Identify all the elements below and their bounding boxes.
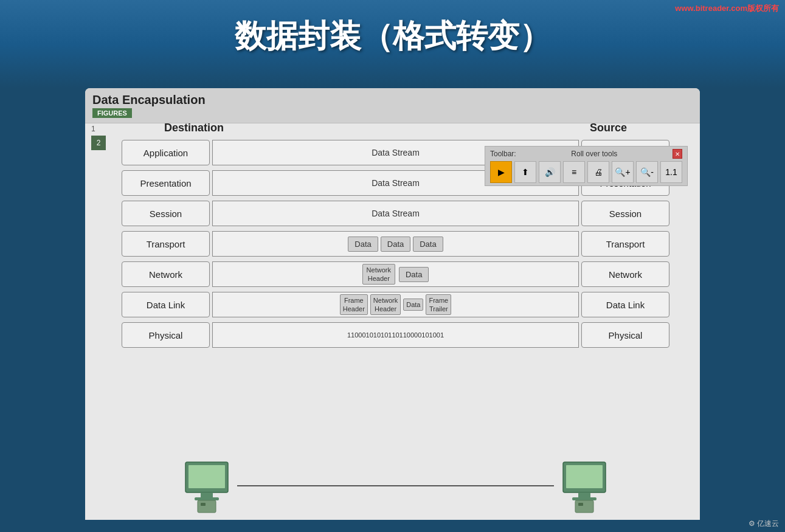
text-button[interactable]: ≡ [563, 161, 585, 183]
src-datalink-layer: Data Link [581, 292, 669, 317]
zoom-reset-button[interactable]: 1.1 [660, 161, 682, 183]
src-network-layer: Network [581, 261, 669, 287]
svg-rect-8 [578, 492, 590, 497]
zoom-in-button[interactable]: 🔍+ [612, 161, 634, 183]
frame-trailer-chunk: FrameTrailer [426, 294, 451, 316]
print-button[interactable]: 🖨 [587, 161, 609, 183]
network-data-chunk: Data [399, 267, 429, 282]
header-bar: Data Encapsulation FIGURES [85, 88, 700, 123]
toolbar: Toolbar: Roll over tools ✕ ▶ ⬆ 🔊 ≡ 🖨 🔍+ … [485, 146, 688, 186]
svg-rect-7 [566, 465, 603, 488]
svg-rect-9 [572, 497, 597, 500]
toolbar-tools: ▶ ⬆ 🔊 ≡ 🖨 🔍+ 🔍- 1.1 [490, 161, 682, 183]
network-header-chunk2: NetworkHeader [370, 294, 401, 316]
network-data: NetworkHeader Data [212, 261, 579, 287]
table-row: Physical 11000101010110110000101001 Phys… [122, 321, 669, 349]
logo-icon: ⚙ [749, 519, 755, 528]
src-physical-layer: Physical [581, 322, 669, 348]
watermark: www.bitreader.com版权所有 [675, 3, 779, 14]
svg-rect-11 [578, 503, 583, 506]
table-row: Transport Data Data Data Transport [122, 230, 669, 258]
svg-rect-1 [188, 465, 225, 488]
destination-label: Destination [164, 122, 224, 134]
upload-button[interactable]: ⬆ [514, 161, 536, 183]
table-row: Network NetworkHeader Data Network [122, 260, 669, 288]
zoom-out-button[interactable]: 🔍- [636, 161, 658, 183]
data-chunk-3: Data [413, 237, 443, 252]
dest-transport-layer: Transport [122, 231, 210, 257]
data-chunk-1: Data [348, 237, 378, 252]
table-row: Data Link FrameHeader NetworkHeader Data… [122, 291, 669, 319]
datalink-data: FrameHeader NetworkHeader Data FrameTrai… [212, 292, 579, 317]
src-transport-layer: Transport [581, 231, 669, 257]
destination-computer [176, 459, 237, 514]
dest-network-layer: Network [122, 261, 210, 287]
watermark-text: www.bitreader.com版权所有 [675, 4, 779, 13]
toolbar-close-button[interactable]: ✕ [673, 149, 682, 159]
svg-rect-3 [195, 497, 219, 500]
svg-rect-5 [201, 503, 206, 506]
network-connection-line [237, 485, 554, 486]
toolbar-subtitle: Roll over tools [571, 150, 617, 158]
dest-presentation-layer: Presentation [122, 170, 210, 196]
dest-physical-layer: Physical [122, 322, 210, 348]
dest-datalink-layer: Data Link [122, 292, 210, 317]
toolbar-label: Toolbar: [490, 150, 516, 158]
src-session-layer: Session [581, 201, 669, 226]
main-title: 数据封装（格式转变） [235, 15, 551, 58]
table-row: Session Data Stream Session [122, 199, 669, 227]
diagram-title: Data Encapsulation [92, 93, 693, 107]
svg-rect-4 [198, 500, 216, 513]
bit-stream: 11000101010110110000101001 [347, 331, 444, 339]
frame-header-chunk: FrameHeader [340, 294, 368, 316]
content-area: Data Encapsulation FIGURES 1 2 Toolbar: … [85, 88, 700, 520]
dest-session-layer: Session [122, 201, 210, 226]
source-computer [554, 459, 615, 514]
physical-data: 11000101010110110000101001 [212, 322, 579, 348]
data-chunk-2: Data [381, 237, 410, 252]
figures-badge: FIGURES [92, 108, 132, 118]
transport-data: Data Data Data [212, 231, 579, 257]
source-label: Source [590, 122, 627, 134]
dest-application-layer: Application [122, 140, 210, 165]
svg-rect-10 [575, 500, 593, 513]
network-header-chunk: NetworkHeader [362, 264, 395, 285]
play-button[interactable]: ▶ [490, 161, 512, 183]
data-chunk-link: Data [403, 299, 423, 311]
toolbar-header: Toolbar: Roll over tools ✕ [490, 149, 682, 159]
volume-button[interactable]: 🔊 [539, 161, 561, 183]
session-data: Data Stream [212, 201, 579, 226]
brand-logo: ⚙ 亿速云 [749, 519, 779, 529]
svg-rect-2 [201, 492, 213, 497]
logo-text: 亿速云 [757, 519, 779, 528]
